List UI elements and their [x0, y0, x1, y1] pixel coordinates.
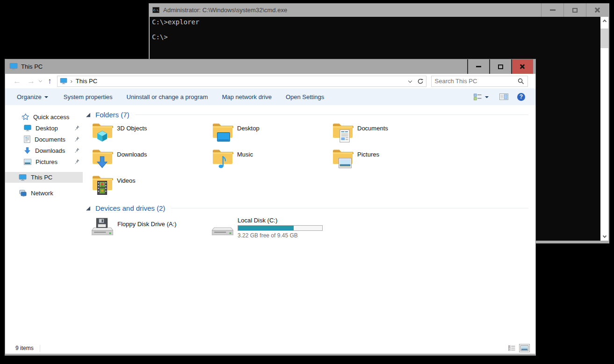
folder-tile-downloads[interactable]: Downloads	[92, 148, 212, 174]
cmd-window-title: Administrator: C:\Windows\system32\cmd.e…	[163, 7, 541, 14]
folder-music-icon	[212, 148, 233, 168]
system-properties-button[interactable]: System properties	[64, 93, 113, 100]
free-space-text: 3.22 GB free of 9.45 GB	[238, 232, 323, 239]
preview-pane-icon[interactable]	[499, 93, 508, 100]
cmd-minimize-button[interactable]	[541, 3, 563, 17]
explorer-titlebar[interactable]: This PC	[5, 59, 535, 74]
close-icon	[520, 64, 526, 70]
maximize-icon	[572, 8, 578, 13]
cmd-titlebar[interactable]: C:\ Administrator: C:\Windows\system32\c…	[150, 3, 608, 17]
up-icon[interactable]: ↑	[48, 77, 52, 85]
recent-locations-chevron-icon[interactable]	[39, 79, 42, 82]
drive-tile-local-disk[interactable]: Local Disk (C:) 3.22 GB free of 9.45 GB	[212, 217, 332, 241]
collapse-triangle-icon	[86, 207, 90, 211]
sidebar-item-network[interactable]: Network	[5, 187, 83, 199]
back-icon[interactable]: ←	[13, 77, 21, 85]
cmd-maximize-button[interactable]	[563, 3, 586, 17]
sidebar-item-downloads[interactable]: Downloads	[5, 145, 83, 156]
search-box[interactable]	[431, 76, 528, 87]
folder-tile-documents[interactable]: Documents	[332, 121, 452, 148]
explorer-maximize-button[interactable]	[489, 59, 511, 74]
folders-grid: 3D Objects Desktop Documents	[92, 121, 535, 200]
drive-label: Local Disk (C:)	[238, 217, 323, 224]
navigation-pane: Quick access Desktop	[5, 105, 83, 343]
chevron-down-icon	[44, 96, 48, 98]
maximize-icon	[498, 64, 503, 69]
explorer-minimize-button[interactable]	[467, 59, 489, 74]
folder-videos-icon	[92, 174, 113, 194]
folder-tile-desktop[interactable]: Desktop	[212, 121, 332, 148]
folder-3d-objects-icon	[92, 121, 113, 142]
view-options-chevron-icon[interactable]	[485, 96, 489, 98]
folder-label: Pictures	[357, 151, 379, 158]
uninstall-program-button[interactable]: Uninstall or change a program	[127, 93, 208, 100]
explorer-close-button[interactable]	[511, 59, 533, 74]
command-toolbar: Organize System properties Uninstall or …	[5, 88, 535, 105]
breadcrumb-chevron: ›	[71, 78, 72, 85]
cmd-icon: C:\	[152, 7, 159, 13]
this-pc-icon	[60, 78, 67, 84]
search-icon[interactable]	[518, 78, 524, 85]
devices-group-header[interactable]: Devices and drives (2)	[86, 203, 528, 213]
item-count: 9 items	[15, 345, 34, 351]
scroll-up-icon[interactable]	[600, 17, 608, 25]
sidebar-item-quick-access[interactable]: Quick access	[5, 111, 83, 122]
folder-tile-3d-objects[interactable]: 3D Objects	[92, 121, 212, 148]
scrollbar-thumb[interactable]	[600, 29, 608, 48]
folder-label: Documents	[357, 125, 388, 132]
local-disk-icon	[212, 217, 233, 237]
folder-tile-pictures[interactable]: Pictures	[332, 148, 452, 174]
open-settings-button[interactable]: Open Settings	[286, 93, 324, 100]
sidebar-item-documents[interactable]: Documents	[5, 134, 83, 145]
file-list-area: Folders (7) 3D Objects Desktop	[83, 105, 535, 343]
folder-label: 3D Objects	[117, 125, 147, 132]
change-view-icon[interactable]	[474, 93, 482, 100]
status-bar: 9 items	[5, 343, 535, 354]
collapse-triangle-icon	[86, 113, 90, 117]
folder-label: Desktop	[237, 125, 260, 132]
forward-icon[interactable]: →	[27, 77, 35, 85]
organize-button[interactable]: Organize	[17, 93, 48, 100]
pin-icon	[74, 159, 79, 164]
drives-grid: Floppy Disk Drive (A:) Local Disk (C:)	[92, 217, 535, 241]
refresh-icon[interactable]	[417, 78, 424, 85]
cmd-close-button[interactable]	[586, 3, 608, 17]
scroll-down-icon[interactable]	[600, 233, 608, 241]
folder-label: Downloads	[117, 151, 147, 158]
capacity-bar	[238, 225, 323, 231]
map-network-drive-button[interactable]: Map network drive	[222, 93, 272, 100]
folder-label: Music	[237, 151, 253, 158]
pin-icon	[74, 148, 79, 153]
console-line: C:\>explorer	[152, 18, 600, 26]
search-input[interactable]	[435, 78, 518, 85]
close-icon	[594, 7, 600, 13]
address-bar[interactable]: › This PC	[57, 76, 426, 87]
pin-icon	[74, 136, 79, 142]
this-pc-icon	[19, 174, 27, 181]
sidebar-item-desktop[interactable]: Desktop	[5, 122, 83, 134]
drive-tile-floppy[interactable]: Floppy Disk Drive (A:)	[92, 217, 212, 241]
breadcrumb-location[interactable]: This PC	[76, 78, 97, 85]
capacity-fill	[238, 226, 294, 230]
folder-tile-music[interactable]: Music	[212, 148, 332, 174]
folders-group-header[interactable]: Folders (7)	[86, 110, 528, 119]
drive-label: Floppy Disk Drive (A:)	[117, 221, 176, 228]
console-scrollbar[interactable]	[600, 17, 608, 241]
folder-desktop-icon	[212, 121, 233, 142]
thumbnail-view-button[interactable]	[519, 344, 530, 352]
sidebar-item-pictures[interactable]: Pictures	[5, 156, 83, 167]
details-view-button[interactable]	[507, 344, 516, 352]
quick-access-star-icon	[22, 114, 29, 121]
documents-icon	[24, 136, 30, 143]
address-dropdown-chevron-icon[interactable]	[408, 79, 412, 82]
folder-tile-videos[interactable]: Videos	[92, 174, 212, 200]
folder-pictures-icon	[332, 148, 354, 168]
thumbnail-view-icon	[520, 345, 528, 351]
explorer-window: This PC ← → ↑ › This PC	[5, 59, 536, 356]
pin-icon	[74, 125, 79, 130]
folder-downloads-icon	[92, 148, 113, 168]
help-icon[interactable]: ?	[517, 93, 525, 101]
floppy-drive-icon	[92, 217, 113, 237]
sidebar-item-this-pc[interactable]: This PC	[5, 172, 83, 183]
folder-label: Videos	[117, 177, 136, 184]
